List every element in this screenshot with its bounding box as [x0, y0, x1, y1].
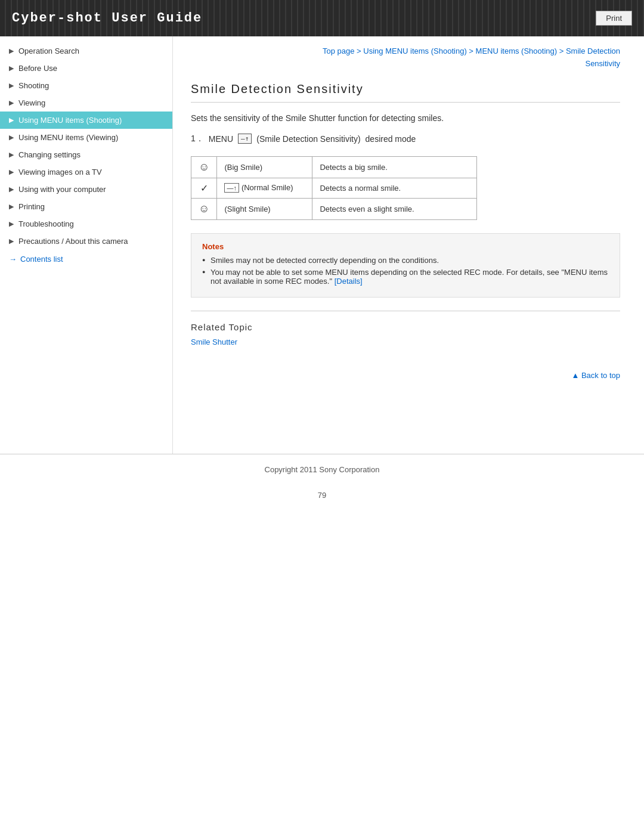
menu-instruction: 1． MENU —↑ (Smile Detection Sensitivity)… [191, 134, 620, 144]
page-title: Smile Detection Sensitivity [191, 82, 620, 103]
breadcrumb-separator: > [357, 47, 363, 55]
breadcrumb-top[interactable]: Top page [323, 47, 355, 55]
smile-table: ☺ (Big Smile) Detects a big smile. ✓ —↑(… [191, 156, 477, 220]
breadcrumb-separator: > [469, 47, 475, 55]
checkmark-icon: ✓ [200, 183, 208, 193]
content-area: Top page > Using MENU items (Shooting) >… [173, 36, 644, 454]
arrow-icon: ▶ [9, 237, 14, 245]
sidebar-item-before-use[interactable]: ▶ Before Use [0, 60, 172, 77]
breadcrumb-separator: > [559, 47, 566, 55]
sidebar-item-label: Operation Search [18, 47, 79, 55]
arrow-icon: ▶ [9, 134, 14, 141]
sidebar-item-changing-settings[interactable]: ▶ Changing settings [0, 146, 172, 163]
sidebar-item-label: Viewing [18, 98, 45, 107]
breadcrumb: Top page > Using MENU items (Shooting) >… [191, 45, 620, 70]
notes-item: You may not be able to set some MENU ite… [202, 268, 609, 286]
details-link[interactable]: [Details] [335, 277, 363, 286]
sidebar-item-label: Viewing images on a TV [18, 168, 102, 176]
table-cell-description: Detects a normal smile. [312, 178, 477, 198]
table-cell-description: Detects a big smile. [312, 156, 477, 178]
sidebar-item-label: Using with your computer [18, 185, 106, 194]
table-cell-icon: ☺ [191, 198, 217, 219]
main-layout: ▶ Operation Search ▶ Before Use ▶ Shooti… [0, 36, 644, 454]
sidebar-item-label: Precautions / About this camera [18, 237, 128, 246]
print-button[interactable]: Print [596, 11, 632, 26]
sidebar-item-precautions[interactable]: ▶ Precautions / About this camera [0, 233, 172, 250]
arrow-icon: ▶ [9, 47, 14, 55]
sidebar-item-label: Using MENU items (Viewing) [18, 133, 118, 142]
table-row: ☺ (Slight Smile) Detects even a slight s… [191, 198, 477, 219]
sidebar-item-using-menu-viewing[interactable]: ▶ Using MENU items (Viewing) [0, 129, 172, 146]
contents-list-link[interactable]: → Contents list [0, 250, 172, 268]
menu-icon: —↑ [238, 134, 252, 144]
arrow-icon: ▶ [9, 151, 14, 159]
arrow-icon: ▶ [9, 203, 14, 210]
sidebar-item-label: Changing settings [18, 150, 80, 159]
sidebar-item-label: Troubleshooting [18, 219, 74, 228]
copyright-text: Copyright 2011 Sony Corporation [265, 465, 380, 474]
table-cell-name: —↑(Normal Smile) [217, 178, 312, 198]
arrow-icon: ▶ [9, 99, 14, 107]
contents-list-label: Contents list [20, 255, 63, 264]
arrow-icon: ▶ [9, 185, 14, 193]
big-smile-icon: ☺ [199, 161, 209, 173]
sidebar-item-viewing[interactable]: ▶ Viewing [0, 94, 172, 112]
sidebar-item-label: Before Use [18, 64, 57, 73]
sidebar: ▶ Operation Search ▶ Before Use ▶ Shooti… [0, 36, 173, 454]
arrow-right-icon: → [9, 255, 17, 264]
table-cell-name: (Slight Smile) [217, 198, 312, 219]
sidebar-item-label: Printing [18, 202, 45, 211]
arrow-icon: ▶ [9, 82, 14, 89]
arrow-icon: ▶ [9, 116, 14, 124]
divider [191, 311, 620, 311]
sidebar-item-using-with-computer[interactable]: ▶ Using with your computer [0, 181, 172, 198]
breadcrumb-smile-detection[interactable]: Smile DetectionSensitivity [566, 47, 620, 68]
smile-shutter-link[interactable]: Smile Shutter [191, 337, 237, 346]
notes-box: Notes Smiles may not be detected correct… [191, 233, 620, 298]
breadcrumb-using-menu-shooting[interactable]: Using MENU items (Shooting) [363, 47, 466, 55]
site-header: Cyber-shot User Guide Print [0, 0, 644, 36]
step-number: 1． [191, 134, 204, 144]
arrow-icon: ▶ [9, 64, 14, 72]
table-cell-check: ✓ [191, 178, 217, 198]
page-number: 79 [0, 485, 644, 506]
related-topic-title: Related Topic [191, 322, 620, 332]
notes-item: Smiles may not be detected correctly dep… [202, 256, 609, 265]
breadcrumb-menu-items-shooting[interactable]: MENU items (Shooting) [476, 47, 558, 55]
arrow-icon: ▶ [9, 168, 14, 176]
sidebar-item-using-menu-shooting[interactable]: ▶ Using MENU items (Shooting) [0, 112, 172, 129]
sidebar-item-shooting[interactable]: ▶ Shooting [0, 77, 172, 94]
menu-icon-subtext: (Smile Detection Sensitivity) [256, 134, 360, 144]
arrow-icon: ▶ [9, 220, 14, 228]
table-cell-description: Detects even a slight smile. [312, 198, 477, 219]
slight-smile-icon: ☺ [199, 203, 209, 215]
sidebar-item-operation-search[interactable]: ▶ Operation Search [0, 42, 172, 60]
sidebar-item-viewing-images-tv[interactable]: ▶ Viewing images on a TV [0, 163, 172, 181]
back-to-top-row: ▲ Back to top [191, 364, 620, 380]
table-cell-icon: ☺ [191, 156, 217, 178]
table-cell-name: (Big Smile) [217, 156, 312, 178]
sidebar-item-label: Shooting [18, 81, 49, 90]
sidebar-item-printing[interactable]: ▶ Printing [0, 198, 172, 215]
menu-step-end: desired mode [366, 134, 416, 144]
related-topic-section: Related Topic Smile Shutter [191, 322, 620, 346]
notes-title: Notes [202, 242, 609, 251]
page-description: Sets the sensitivity of the Smile Shutte… [191, 113, 620, 123]
site-title: Cyber-shot User Guide [12, 11, 202, 26]
sidebar-item-troubleshooting[interactable]: ▶ Troubleshooting [0, 215, 172, 233]
footer: Copyright 2011 Sony Corporation [0, 454, 644, 485]
menu-label: MENU [209, 134, 233, 144]
sidebar-item-label: Using MENU items (Shooting) [18, 116, 122, 125]
back-to-top-link[interactable]: ▲ Back to top [571, 371, 620, 380]
table-row: ☺ (Big Smile) Detects a big smile. [191, 156, 477, 178]
table-row: ✓ —↑(Normal Smile) Detects a normal smil… [191, 178, 477, 198]
notes-list: Smiles may not be detected correctly dep… [202, 256, 609, 286]
